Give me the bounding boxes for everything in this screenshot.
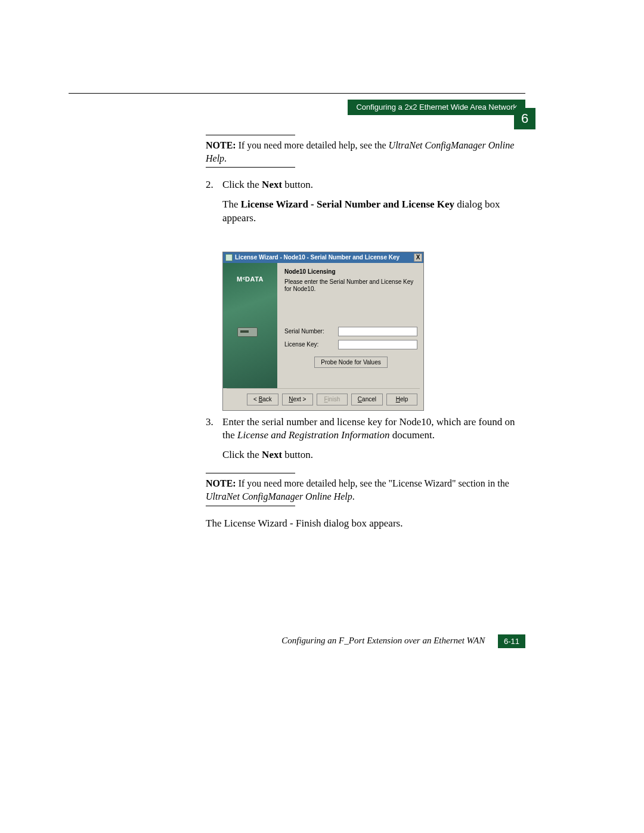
dialog-main: Node10 Licensing Please enter the Serial… bbox=[277, 263, 423, 388]
license-key-label: License Key: bbox=[284, 340, 338, 349]
bold-text: License Wizard - Serial Number and Licen… bbox=[241, 199, 454, 210]
step-number: 3. bbox=[206, 416, 222, 463]
closing-line: The License Wizard - Finish dialog box a… bbox=[206, 517, 516, 531]
dialog-description: Please enter the Serial Number and Licen… bbox=[284, 278, 417, 293]
dialog-form: Serial Number: License Key: Probe Node f… bbox=[284, 327, 417, 368]
dialog-sidebar: MᶜDATA bbox=[223, 263, 277, 388]
cancel-button[interactable]: Cancel bbox=[351, 394, 383, 405]
footer-page-number: 6-11 bbox=[498, 634, 525, 648]
help-label: Help bbox=[396, 396, 408, 402]
probe-button[interactable]: Probe Node for Values bbox=[314, 357, 387, 368]
step-3: 3. Enter the serial number and license k… bbox=[206, 416, 516, 463]
text: button. bbox=[282, 179, 313, 190]
note-italic: UltraNet ConfigManager Online Help bbox=[206, 491, 352, 501]
note-rule-bottom bbox=[206, 506, 295, 506]
chapter-number-tab: 6 bbox=[514, 108, 535, 129]
bold-text: License Wizard - Finish bbox=[224, 518, 321, 529]
app-icon bbox=[225, 254, 233, 261]
dialog-subtitle: Node10 Licensing bbox=[284, 268, 417, 276]
note-label: NOTE: bbox=[206, 478, 236, 488]
body-content: NOTE: If you need more detailed help, se… bbox=[206, 132, 516, 530]
dialog-title: License Wizard - Node10 - Serial Number … bbox=[235, 253, 400, 262]
cancel-label: Cancel bbox=[358, 396, 376, 402]
text: The bbox=[222, 199, 241, 210]
note-rule-top bbox=[206, 135, 295, 135]
probe-row: Probe Node for Values bbox=[284, 357, 417, 368]
page-frame: Configuring a 2x2 Ethernet Wide Area Net… bbox=[69, 93, 525, 94]
note-text: If you need more detailed help, see the … bbox=[236, 478, 509, 488]
note-text-after: . bbox=[224, 153, 227, 163]
finish-button[interactable]: Finish bbox=[317, 394, 348, 405]
footer-text: Configuring an F_Port Extension over an … bbox=[281, 636, 485, 645]
text: button. bbox=[282, 449, 313, 460]
back-label: < Back bbox=[253, 396, 272, 402]
dialog-body: MᶜDATA Node10 Licensing Please enter the… bbox=[223, 263, 423, 388]
note-rule-bottom bbox=[206, 167, 295, 168]
device-icon bbox=[237, 327, 258, 337]
back-button[interactable]: < Back bbox=[247, 394, 278, 405]
bold-text: Next bbox=[262, 179, 282, 190]
text: document. bbox=[390, 429, 435, 441]
note-2: NOTE: If you need more detailed help, se… bbox=[206, 477, 516, 503]
step-2: 2. Click the Next button. The License Wi… bbox=[206, 178, 516, 225]
note-1: NOTE: If you need more detailed help, se… bbox=[206, 139, 516, 165]
step-body: Click the Next button. The License Wizar… bbox=[222, 178, 516, 225]
text: Click the bbox=[222, 179, 262, 190]
license-key-input[interactable] bbox=[338, 340, 417, 349]
step-body: Enter the serial number and license key … bbox=[222, 416, 516, 463]
section-header-bar: Configuring a 2x2 Ethernet Wide Area Net… bbox=[348, 100, 525, 115]
mcdata-logo: MᶜDATA bbox=[223, 275, 277, 284]
text: The bbox=[206, 518, 224, 529]
dialog-titlebar: License Wizard - Node10 - Serial Number … bbox=[223, 252, 423, 263]
bold-text: Next bbox=[262, 449, 282, 460]
italic-text: License and Registration Information bbox=[237, 429, 389, 441]
serial-number-input[interactable] bbox=[338, 327, 417, 336]
serial-number-label: Serial Number: bbox=[284, 327, 338, 336]
close-icon[interactable]: X bbox=[414, 253, 422, 262]
text: Click the bbox=[222, 449, 262, 460]
finish-label: Finish bbox=[324, 396, 340, 402]
dialog-actions: < Back Next > Finish Cancel Help bbox=[223, 389, 423, 410]
text: dialog box appears. bbox=[321, 518, 403, 529]
next-label: Next > bbox=[289, 396, 306, 402]
step-number: 2. bbox=[206, 178, 222, 225]
license-wizard-dialog: License Wizard - Node10 - Serial Number … bbox=[222, 252, 424, 411]
note-text-after: . bbox=[352, 491, 355, 501]
serial-row: Serial Number: bbox=[284, 327, 417, 336]
page-footer: Configuring an F_Port Extension over an … bbox=[69, 634, 525, 648]
note-text: If you need more detailed help, see the bbox=[236, 140, 389, 150]
note-label: NOTE: bbox=[206, 140, 236, 150]
help-button[interactable]: Help bbox=[386, 394, 417, 405]
next-button[interactable]: Next > bbox=[282, 394, 313, 405]
note-rule-top bbox=[206, 473, 295, 473]
license-key-row: License Key: bbox=[284, 340, 417, 349]
